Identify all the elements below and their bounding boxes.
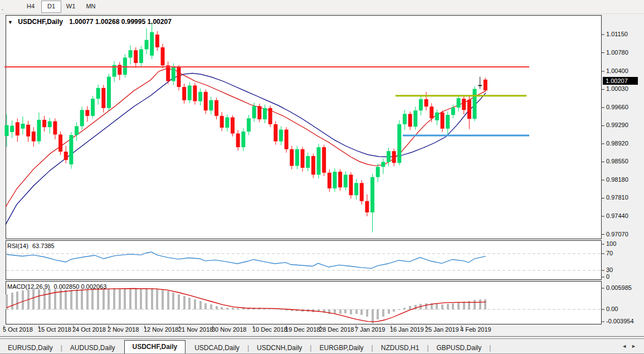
tab-eurgbp[interactable]: EURGBP,Daily (311, 343, 371, 353)
price-axis-label: 0.98180 (606, 176, 628, 183)
macd-value: 0.002850 0.002063 (53, 283, 106, 290)
macd-name: MACD(12,26,9) (7, 283, 50, 290)
date-axis-label: 28 Dec 2018 (319, 326, 354, 333)
rsi-axis-label: 100 (606, 240, 616, 247)
chart-symbol-label: USDCHF,Daily (18, 18, 63, 26)
price-axis-label: 0.97440 (606, 212, 628, 219)
tab-separator: | (489, 343, 491, 353)
macd-indicator-label: MACD(12,26,9) 0.002850 0.002063 (7, 283, 106, 290)
date-axis-label: 4 Feb 2019 (460, 326, 491, 333)
price-axis-label: 1.00030 (606, 85, 628, 92)
price-axis-label: 0.98550 (606, 158, 628, 164)
terminal-window: . H4 D1 W1 MN 1.011501.007801.004001.000… (0, 0, 644, 354)
rsi-axis-label: 30 (606, 266, 613, 273)
rsi-axis-label: 0 (606, 273, 609, 280)
rsi-value: 63.7385 (32, 243, 55, 249)
date-axis-label: 10 Dec 2018 (252, 326, 287, 333)
date-axis-label: 24 Oct 2018 (72, 326, 106, 333)
price-axis-label: 0.97810 (606, 194, 628, 201)
rsi-name: RSI(14) (7, 243, 28, 249)
chart-title: ▼ USDCHF,Daily 1.00077 1.00268 0.99995 1… (8, 18, 172, 26)
tab-gbpusd[interactable]: GBPUSD,Daily (429, 343, 490, 353)
date-axis-label: 2 Nov 2018 (108, 326, 139, 333)
symbol-tab-bar: EURUSD,Daily| AUDUSD,Daily USDCHF,Daily … (0, 338, 644, 354)
price-axis-label: 0.98920 (606, 140, 628, 147)
price-axis-label: 1.01150 (606, 31, 628, 37)
macd-axis-label: 0.005985 (606, 284, 632, 291)
macd-axis-label: 0.00 (606, 305, 618, 312)
date-axis-label: 21 Nov 2018 (178, 326, 213, 333)
tab-usdcnh[interactable]: USDCNH,Daily (249, 343, 310, 353)
date-axis-label: 16 Jan 2019 (390, 326, 424, 333)
tab-usdcad[interactable]: USDCAD,Daily (187, 343, 247, 353)
date-axis-label: 12 Nov 2018 (144, 326, 178, 333)
price-axis-label: 0.97070 (606, 231, 628, 237)
chart-dropdown-icon[interactable]: ▼ (8, 20, 13, 25)
date-axis-label: 15 Oct 2018 (38, 326, 71, 333)
date-axis-label: 7 Jan 2019 (355, 326, 385, 333)
tab-scroll-arrows[interactable]: ◄► (622, 343, 641, 349)
price-axis-label: 0.99660 (606, 104, 628, 110)
price-axis-label: 0.99290 (606, 122, 628, 128)
tab-eurusd[interactable]: EURUSD,Daily (0, 343, 61, 353)
current-price-badge: 1.00207 (603, 77, 638, 85)
date-axis-label: 25 Jan 2019 (425, 326, 459, 333)
chart-ohlc-values: 1.00077 1.00268 0.99995 1.00207 (69, 18, 172, 26)
date-axis-label: 5 Oct 2018 (3, 326, 33, 333)
date-axis-label: 19 Dec 2018 (285, 326, 320, 333)
price-axis-label: 1.00400 (606, 67, 628, 74)
rsi-axis-label: 70 (606, 250, 613, 256)
tab-audusd[interactable]: AUDUSD,Daily (62, 343, 123, 353)
tab-scroll-left-icon: ◄ (622, 343, 631, 349)
tab-nzdusd[interactable]: NZDUSD,H1 (373, 343, 427, 353)
date-axis-label: 30 Nov 2018 (212, 326, 246, 333)
tab-usdchf-active[interactable]: USDCHF,Daily (124, 340, 186, 353)
rsi-indicator-label: RSI(14) 63.7385 (7, 243, 55, 249)
price-axis-label: 1.00780 (606, 49, 628, 56)
macd-axis-label: -0.003954 (606, 318, 634, 324)
tab-scroll-right-icon: ► (631, 343, 641, 349)
